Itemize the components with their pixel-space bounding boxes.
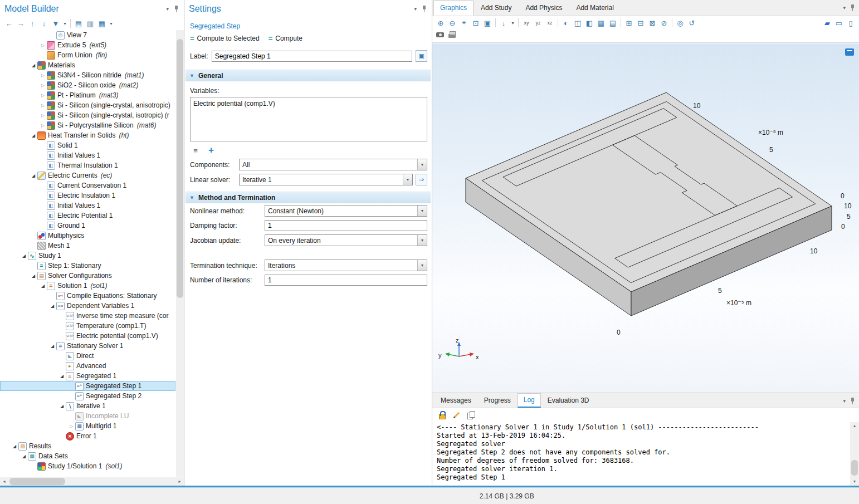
tab-evaluation-3d[interactable]: Evaluation 3D [541,394,596,408]
linear-solver-select[interactable]: Iterative 1 ▾ [239,174,413,185]
copy-text-icon[interactable] [466,409,477,420]
tab-add-material[interactable]: Add Material [569,1,620,16]
label-input[interactable] [212,51,412,62]
tree-item-multiphysics[interactable]: Multiphysics [0,231,175,241]
wireframe-rendering-icon[interactable]: ▦ [596,17,607,28]
expand-arrow-icon[interactable]: ◢ [30,273,37,278]
tree-item-dependent-variables-1[interactable]: ◢Dependent Variables 1 [0,301,175,311]
expand-arrow-icon[interactable]: ◢ [48,344,56,349]
tree-item-error-1[interactable]: Error 1 [0,431,175,441]
tree-item-multigrid-1[interactable]: ▷Multigrid 1 [0,421,175,431]
scroll-down-icon[interactable]: ▾ [851,478,859,486]
go-forward-icon[interactable]: → [15,18,26,29]
go-back-icon[interactable]: ← [3,18,14,29]
tree-item-pt-platinum[interactable]: ▷Pt - Platinum(mat3) [0,90,175,100]
expand-arrow-icon[interactable]: ◢ [30,133,37,138]
collapse-arrow-icon[interactable]: ▷ [39,73,47,78]
expand-all-icon[interactable]: ▥ [85,18,96,29]
hide-selected-icon[interactable]: ◎ [675,17,686,28]
tree-item-si-silicon-single-crystal-anisotropic[interactable]: ▷Si - Silicon (single-crystal, anisotrop… [0,100,175,110]
tree-item-temperature-comp1-t[interactable]: Temperature (comp1.T) [0,321,175,331]
chevron-down-icon[interactable]: ▾ [166,6,169,12]
section-general-header[interactable]: ▼ General [186,70,431,81]
remove-from-selection-icon[interactable]: ⊟ [635,17,646,28]
reset-hiding-icon[interactable]: ↺ [686,17,697,28]
collapse-arrow-icon[interactable]: ▷ [39,93,47,98]
tree-item-electric-potential-comp1-v[interactable]: Electric potential (comp1.V) [0,331,175,341]
view-menu-dropdown-icon[interactable]: ▾ [510,17,516,28]
tree-item-study-1-solution-1[interactable]: Study 1/Solution 1(sol1) [0,461,175,471]
collapse-arrow-icon[interactable]: ▷ [39,123,47,128]
zoom-box-icon[interactable]: ▣ [482,17,493,28]
scroll-right-icon[interactable]: ▸ [175,479,184,484]
move-up-icon[interactable]: ↑ [27,18,38,29]
tree-horizontal-scrollbar[interactable]: ◂ ▸ [0,477,184,486]
tree-item-form-union[interactable]: Form Union(fin) [0,50,175,60]
go-to-zx-view-icon[interactable]: xz [544,17,555,28]
chevron-down-icon[interactable]: ▾ [843,398,846,404]
pin-icon[interactable] [173,5,179,13]
tab-progress[interactable]: Progress [478,394,517,408]
tree-item-thermal-insulation-1[interactable]: Thermal Insulation 1 [0,160,175,170]
print-icon[interactable] [447,30,458,41]
pin-icon[interactable] [421,5,427,13]
collapse-arrow-icon[interactable]: ▷ [39,103,47,108]
go-to-solver-node-button[interactable]: ⇒ [416,174,427,185]
tree-item-initial-values-1[interactable]: Initial Values 1 [0,200,175,211]
collapse-arrow-icon[interactable]: ▷ [67,424,75,429]
collapse-arrow-icon[interactable]: ▷ [39,43,47,48]
tree-item-segregated-step-2[interactable]: Segregated Step 2 [0,391,175,401]
show-plot-window-icon[interactable]: ▰ [822,17,833,28]
node-label-display-icon[interactable]: ▦ [96,18,108,29]
collapse-arrow-icon[interactable]: ▷ [39,83,47,88]
tree-item-inverse-time-step-measure-cor[interactable]: Inverse time step measure (cor [0,311,175,321]
log-vertical-scrollbar[interactable]: ▴ ▾ [850,422,859,486]
zoom-to-selection-icon[interactable]: ⊡ [470,17,481,28]
tree-item-mesh-1[interactable]: Mesh 1 [0,241,175,251]
pin-icon[interactable] [850,397,856,405]
tree-item-initial-values-1[interactable]: Initial Values 1 [0,150,175,160]
clear-selection-icon[interactable]: ⊠ [647,17,658,28]
plot-tools-icon[interactable] [845,48,854,56]
tree-item-heat-transfer-in-solids[interactable]: ◢Heat Transfer in Solids(ht) [0,130,175,140]
deselect-box-icon[interactable]: ⊘ [658,17,670,28]
chevron-down-icon[interactable]: ▾ [417,235,427,246]
collapse-all-icon[interactable]: ▤ [73,18,84,29]
expand-arrow-icon[interactable]: ◢ [11,444,18,449]
show-in-model-builder-button[interactable]: ▣ [416,50,427,62]
tree-item-extrude-5[interactable]: ▷Extrude 5(ext5) [0,40,175,50]
collapse-arrow-icon[interactable]: ▷ [39,113,47,118]
expand-arrow-icon[interactable]: ◢ [58,374,66,379]
tree-item-data-sets[interactable]: ◢Data Sets [0,451,175,461]
transparency-icon[interactable]: ◧ [584,17,595,28]
add-to-selection-icon[interactable]: ⊞ [623,17,635,28]
tree-item-compile-equations-stationary[interactable]: Compile Equations: Stationary [0,291,175,301]
clear-log-icon[interactable] [451,409,462,420]
environment-reflections-icon[interactable]: ◫ [572,17,583,28]
zoom-extents-icon[interactable]: ⌖ [458,17,470,28]
tree-item-electric-insulation-1[interactable]: Electric Insulation 1 [0,190,175,200]
scrollbar-thumb[interactable] [851,460,858,476]
chevron-down-icon[interactable]: ▾ [414,6,417,12]
tree-item-direct[interactable]: Direct [0,351,175,361]
scroll-left-icon[interactable]: ◂ [0,479,8,484]
scrollbar-thumb[interactable] [9,478,65,485]
graphics-viewport[interactable]: 10×10⁻⁵ m501050105×10⁻⁵ m0 y z x [432,43,859,393]
node-label-dropdown-icon[interactable]: ▾ [108,18,114,29]
tree-item-solution-1[interactable]: ◢Solution 1(sol1) [0,281,175,291]
tree-item-segregated-step-1[interactable]: Segregated Step 1 [0,381,175,391]
tab-messages[interactable]: Messages [435,394,477,408]
tree-vertical-scrollbar[interactable] [176,30,184,477]
number-of-iterations-input[interactable] [265,275,427,286]
show-grid-icon[interactable]: ▤ [607,17,618,28]
expand-arrow-icon[interactable]: ◢ [48,304,56,309]
go-to-yz-view-icon[interactable]: yz [533,17,544,28]
damping-factor-input[interactable] [265,220,427,231]
dock-graphics-icon[interactable]: ▭ [833,17,845,28]
expand-arrow-icon[interactable]: ◢ [39,283,47,288]
tree-item-electric-potential-1[interactable]: Electric Potential 1 [0,211,175,221]
expand-arrow-icon[interactable]: ◢ [58,404,66,409]
image-snapshot-icon[interactable] [435,30,446,41]
expand-arrow-icon[interactable]: ◢ [20,454,28,459]
components-select[interactable]: All ▾ [239,159,427,170]
